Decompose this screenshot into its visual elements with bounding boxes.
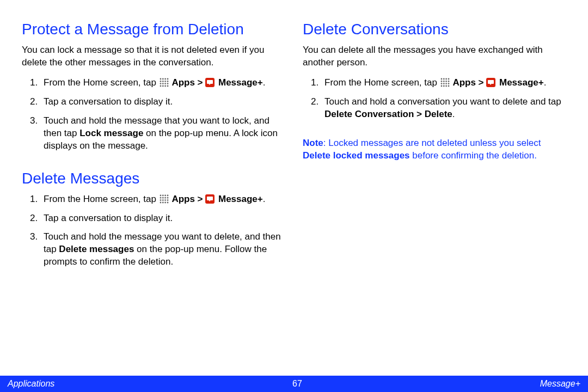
steps-delete-messages: From the Home screen, tap Apps > Message… bbox=[22, 193, 285, 269]
svg-point-11 bbox=[167, 83, 168, 84]
apps-label: Apps bbox=[171, 194, 195, 204]
svg-point-0 bbox=[160, 78, 161, 79]
svg-point-43 bbox=[448, 83, 449, 84]
svg-point-44 bbox=[440, 85, 442, 87]
period: . bbox=[544, 77, 547, 88]
note-locked-messages: Note: Locked messages are not deleted un… bbox=[303, 137, 566, 162]
note-a: : Locked messages are not deleted unless… bbox=[323, 138, 541, 148]
heading-delete-conversations: Delete Conversations bbox=[303, 20, 566, 39]
svg-point-23 bbox=[167, 197, 168, 198]
note-b: before confirming the deletion. bbox=[410, 150, 537, 161]
step2-a: Touch and hold a conversation you want t… bbox=[324, 96, 561, 107]
intro-protect: You can lock a message so that it is not… bbox=[22, 44, 285, 69]
svg-point-34 bbox=[445, 78, 447, 79]
manual-page: Protect a Message from Deletion You can … bbox=[0, 0, 588, 392]
svg-point-37 bbox=[443, 81, 445, 82]
svg-point-3 bbox=[167, 78, 168, 79]
steps-protect: From the Home screen, tap Apps > Message… bbox=[22, 77, 285, 152]
svg-point-4 bbox=[160, 81, 161, 82]
gt: > bbox=[476, 77, 486, 88]
step-1: From the Home screen, tap Apps > Message… bbox=[321, 77, 566, 89]
step-3: Touch and hold the message that you want… bbox=[40, 115, 285, 152]
step-2: Touch and hold a conversation you want t… bbox=[321, 96, 566, 121]
svg-point-39 bbox=[448, 81, 449, 82]
svg-point-20 bbox=[160, 197, 161, 198]
svg-point-42 bbox=[445, 83, 447, 84]
svg-point-36 bbox=[440, 81, 442, 82]
svg-point-28 bbox=[160, 201, 161, 203]
svg-point-46 bbox=[445, 85, 447, 87]
svg-point-17 bbox=[162, 194, 164, 196]
steps-delete-conversations: From the Home screen, tap Apps > Message… bbox=[303, 77, 566, 121]
right-column: Delete Conversations You can delete all … bbox=[303, 20, 566, 370]
svg-point-47 bbox=[448, 85, 449, 87]
svg-point-35 bbox=[448, 78, 449, 79]
svg-point-33 bbox=[443, 78, 445, 79]
svg-point-21 bbox=[162, 197, 164, 198]
svg-point-30 bbox=[164, 201, 166, 203]
apps-icon bbox=[160, 78, 169, 87]
apps-label: Apps bbox=[171, 77, 195, 88]
svg-point-27 bbox=[167, 199, 168, 201]
note-bold: Delete locked messages bbox=[303, 150, 410, 161]
svg-point-32 bbox=[440, 78, 442, 79]
svg-point-1 bbox=[162, 78, 164, 79]
message-plus-label: Message+ bbox=[499, 77, 544, 88]
svg-point-26 bbox=[164, 199, 166, 201]
step-3: Touch and hold the message you want to d… bbox=[40, 231, 285, 268]
svg-point-29 bbox=[162, 201, 164, 203]
apps-icon bbox=[160, 194, 169, 204]
period: . bbox=[263, 77, 266, 88]
message-plus-icon bbox=[205, 78, 215, 87]
delete-messages-bold: Delete messages bbox=[59, 244, 134, 254]
delete-conversation-bold: Delete Conversation > Delete bbox=[324, 109, 452, 119]
message-plus-icon bbox=[486, 78, 495, 87]
gt: > bbox=[195, 194, 205, 204]
step-text: From the Home screen, tap bbox=[44, 194, 159, 204]
step-text: From the Home screen, tap bbox=[44, 77, 159, 88]
message-plus-label: Message+ bbox=[218, 194, 263, 204]
footer-right: Message+ bbox=[540, 379, 580, 389]
lock-message-bold: Lock message bbox=[79, 128, 143, 138]
svg-point-5 bbox=[162, 81, 164, 82]
period: . bbox=[263, 194, 266, 204]
page-content: Protect a Message from Deletion You can … bbox=[0, 0, 588, 376]
svg-point-24 bbox=[160, 199, 161, 201]
svg-point-12 bbox=[160, 85, 161, 87]
svg-point-22 bbox=[164, 197, 166, 198]
svg-point-9 bbox=[162, 83, 164, 84]
svg-point-10 bbox=[164, 83, 166, 84]
gt: > bbox=[195, 77, 205, 88]
svg-point-19 bbox=[167, 194, 168, 196]
step2-b: . bbox=[452, 109, 455, 119]
svg-point-16 bbox=[160, 194, 161, 196]
svg-point-6 bbox=[164, 81, 166, 82]
footer-page-number: 67 bbox=[292, 379, 302, 389]
heading-protect-message: Protect a Message from Deletion bbox=[22, 20, 285, 39]
svg-point-45 bbox=[443, 85, 445, 87]
heading-delete-messages: Delete Messages bbox=[22, 169, 285, 188]
svg-point-25 bbox=[162, 199, 164, 201]
intro-delete-conv: You can delete all the messages you have… bbox=[303, 44, 566, 69]
apps-icon bbox=[440, 78, 450, 87]
svg-point-8 bbox=[160, 83, 161, 84]
svg-point-15 bbox=[167, 85, 168, 87]
svg-point-2 bbox=[164, 78, 166, 79]
step-1: From the Home screen, tap Apps > Message… bbox=[40, 193, 285, 206]
footer-left: Applications bbox=[8, 379, 54, 389]
svg-point-7 bbox=[167, 81, 168, 82]
step-2: Tap a conversation to display it. bbox=[40, 96, 285, 108]
apps-label: Apps bbox=[452, 77, 476, 88]
left-column: Protect a Message from Deletion You can … bbox=[22, 20, 285, 370]
message-plus-icon bbox=[205, 194, 215, 204]
page-footer: Applications 67 Message+ bbox=[0, 376, 588, 392]
svg-point-31 bbox=[167, 201, 168, 203]
svg-point-41 bbox=[443, 83, 445, 84]
step-1: From the Home screen, tap Apps > Message… bbox=[40, 77, 285, 89]
message-plus-label: Message+ bbox=[218, 77, 263, 88]
svg-point-18 bbox=[164, 194, 166, 196]
svg-point-13 bbox=[162, 85, 164, 87]
svg-point-38 bbox=[445, 81, 447, 82]
svg-point-40 bbox=[440, 83, 442, 84]
note-label: Note bbox=[303, 138, 323, 148]
